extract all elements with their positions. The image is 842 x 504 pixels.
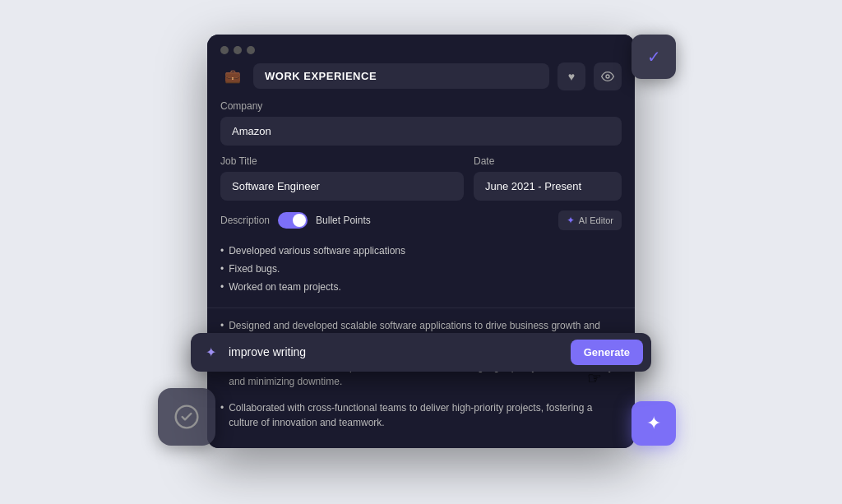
prompt-input[interactable]	[229, 345, 564, 358]
ai-editor-label: AI Editor	[579, 215, 613, 225]
job-date-row: Job Title Date	[220, 155, 622, 201]
bullet-points-label: Bullet Points	[316, 215, 371, 226]
window-dot-3	[247, 46, 255, 54]
bullet-toggle[interactable]	[278, 212, 308, 229]
company-label: Company	[220, 100, 622, 112]
date-input[interactable]	[474, 172, 622, 201]
ai-editor-button[interactable]: ✦ AI Editor	[558, 210, 622, 230]
svg-point-0	[606, 75, 609, 78]
window-dot-2	[234, 46, 242, 54]
job-title-label: Job Title	[220, 155, 464, 167]
description-label: Description	[220, 215, 270, 226]
date-label: Date	[474, 155, 622, 167]
float-edit-button[interactable]	[158, 388, 215, 446]
window-dot-1	[220, 46, 229, 54]
heart-button[interactable]: ♥	[557, 62, 585, 90]
cursor-indicator: ☞	[587, 368, 602, 388]
briefcase-icon: 💼	[220, 64, 245, 89]
generated-bullet-3: • Collaborated with cross-functional tea…	[220, 399, 622, 432]
generated-area: • Designed and developed scalable softwa…	[207, 307, 635, 448]
bullets-area: • Developed various software application…	[220, 238, 622, 296]
float-check-button[interactable]: ✓	[632, 35, 676, 79]
prompt-sparkle-icon: ✦	[199, 340, 222, 363]
main-card: 💼 ♥ Company Job Title Date	[207, 35, 635, 448]
form-body: Company Job Title Date Description Bulle…	[207, 100, 635, 307]
job-title-input[interactable]	[220, 172, 464, 201]
section-title-input[interactable]	[253, 63, 549, 89]
description-left: Description Bullet Points	[220, 212, 371, 229]
generate-button[interactable]: Generate	[571, 340, 643, 365]
date-col: Date	[474, 155, 622, 201]
description-row: Description Bullet Points ✦ AI Editor	[220, 210, 622, 230]
bullet-item-2: • Fixed bugs.	[220, 260, 622, 278]
window-controls	[207, 35, 635, 62]
job-title-col: Job Title	[220, 155, 464, 201]
header-bar: 💼 ♥	[207, 62, 635, 100]
company-input[interactable]	[220, 117, 622, 146]
eye-button[interactable]	[594, 62, 622, 90]
float-sparkle-button[interactable]: ✦	[632, 401, 676, 446]
ai-star-icon: ✦	[567, 215, 575, 226]
bullet-item-1: • Developed various software application…	[220, 242, 622, 260]
bullet-item-3: • Worked on team projects.	[220, 278, 622, 296]
ai-prompt-bar: ✦ Generate	[191, 333, 651, 372]
